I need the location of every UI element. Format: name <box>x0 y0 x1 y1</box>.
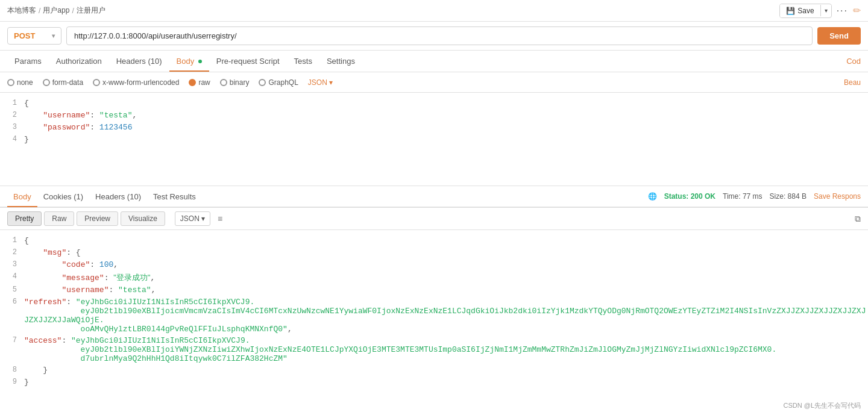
resp-line-6: 6 "refresh": "eyJhbGci0iJIUzI1NiIsInR5cC… <box>0 296 868 335</box>
option-none[interactable]: none <box>7 78 33 87</box>
option-raw[interactable]: raw <box>189 78 210 87</box>
view-visualize[interactable]: Visualize <box>121 211 165 226</box>
json-type-selector[interactable]: JSON ▾ <box>308 78 333 87</box>
save-response-button[interactable]: Save Respons <box>814 192 861 201</box>
json-type-label: JSON <box>308 78 327 87</box>
response-tabs: Body Cookies (1) Headers (10) Test Resul… <box>0 186 868 208</box>
send-button[interactable]: Send <box>817 27 861 45</box>
resp-json-label: JSON <box>180 214 200 223</box>
option-raw-label: raw <box>198 78 210 87</box>
save-icon: 💾 <box>786 7 795 15</box>
option-urlencoded-label: x-www-form-urlencoded <box>102 78 179 87</box>
tab-code-right[interactable]: Cod <box>846 57 861 66</box>
tab-tests[interactable]: Tests <box>287 52 319 72</box>
option-graphql[interactable]: GraphQL <box>259 78 298 87</box>
body-options: none form-data x-www-form-urlencoded raw… <box>0 72 868 93</box>
resp-line-3: 3 "code": 100, <box>0 259 868 271</box>
method-arrow-icon: ▾ <box>52 33 55 39</box>
breadcrumb-item-3[interactable]: 注册用户 <box>77 5 105 16</box>
copy-icon[interactable]: ⧉ <box>855 214 861 224</box>
tab-pre-request[interactable]: Pre-request Script <box>209 52 287 72</box>
resp-tab-cookies[interactable]: Cookies (1) <box>37 187 89 207</box>
req-line-2: 2 "username": "testa", <box>0 110 868 122</box>
breadcrumb-sep-2: / <box>72 7 74 15</box>
req-line-3: 3 "password": 1123456 <box>0 122 868 134</box>
resp-line-2: 2 "msg": { <box>0 247 868 259</box>
resp-line-5: 5 "username": "testa", <box>0 284 868 296</box>
radio-graphql <box>259 79 266 86</box>
radio-none <box>7 79 14 86</box>
breadcrumb-item-1[interactable]: 本地博客 <box>7 5 36 16</box>
radio-raw <box>189 79 196 86</box>
req-line-1: 1 { <box>0 98 868 110</box>
size-info: Size: 884 B <box>770 192 807 201</box>
top-bar-actions: 💾 Save ▾ ··· ✏ <box>779 4 861 18</box>
breadcrumb-sep-1: / <box>39 7 40 15</box>
url-bar: POST ▾ Send <box>0 22 868 51</box>
edit-button[interactable]: ✏ <box>853 5 861 16</box>
globe-icon: 🌐 <box>648 192 657 201</box>
resp-tab-test-results[interactable]: Test Results <box>147 187 202 207</box>
json-type-arrow: ▾ <box>329 78 333 87</box>
save-button-group: 💾 Save ▾ <box>779 4 831 18</box>
resp-tab-body[interactable]: Body <box>7 187 37 207</box>
request-editor[interactable]: 1 { 2 "username": "testa", 3 "password":… <box>0 93 868 186</box>
tab-settings[interactable]: Settings <box>319 52 362 72</box>
tab-authorization[interactable]: Authorization <box>49 52 109 72</box>
beautify-button[interactable]: Beau <box>844 78 861 87</box>
resp-line-1: 1 { <box>0 235 868 247</box>
option-none-label: none <box>17 78 33 87</box>
view-raw[interactable]: Raw <box>44 211 74 226</box>
response-view-tabs: Pretty Raw Preview Visualize JSON ▾ ≡ ⧉ <box>0 208 868 230</box>
option-graphql-label: GraphQL <box>268 78 298 87</box>
url-input[interactable] <box>66 27 813 45</box>
radio-binary <box>220 79 227 86</box>
radio-urlencoded <box>93 79 100 86</box>
response-json-selector[interactable]: JSON ▾ <box>175 211 210 226</box>
breadcrumb: 本地博客 / 用户app / 注册用户 <box>7 5 105 16</box>
option-urlencoded[interactable]: x-www-form-urlencoded <box>93 78 179 87</box>
tab-body[interactable]: Body <box>169 52 209 72</box>
request-tabs: Params Authorization Headers (10) Body P… <box>0 51 868 72</box>
method-label: POST <box>14 31 35 40</box>
save-dropdown-arrow[interactable]: ▾ <box>820 5 831 16</box>
resp-line-4: 4 "message": "登录成功", <box>0 271 868 284</box>
resp-line-9: 9 } <box>0 376 868 388</box>
watermark: CSDN @L先生不会写代码 <box>783 401 861 410</box>
view-preview[interactable]: Preview <box>77 211 118 226</box>
tab-headers[interactable]: Headers (10) <box>109 52 169 72</box>
view-pretty[interactable]: Pretty <box>7 211 42 226</box>
response-meta: 🌐 Status: 200 OK Time: 77 ms Size: 884 B… <box>648 192 861 201</box>
tab-params[interactable]: Params <box>7 52 49 72</box>
filter-icon[interactable]: ≡ <box>218 214 222 223</box>
response-section: Body Cookies (1) Headers (10) Test Resul… <box>0 186 868 393</box>
option-binary-label: binary <box>230 78 250 87</box>
option-form-data-label: form-data <box>52 78 83 87</box>
status-badge: Status: 200 OK <box>664 192 715 201</box>
resp-json-arrow: ▾ <box>201 214 205 223</box>
response-editor[interactable]: 1 { 2 "msg": { 3 "code": 100, 4 "message… <box>0 230 868 393</box>
resp-tab-headers[interactable]: Headers (10) <box>89 187 147 207</box>
method-selector[interactable]: POST ▾ <box>7 27 61 45</box>
resp-line-7: 7 "access": "eyJhbGci0iJIUzI1NiIsInR5cCI… <box>0 335 868 364</box>
option-form-data[interactable]: form-data <box>43 78 83 87</box>
save-button[interactable]: 💾 Save <box>780 4 820 17</box>
resp-line-8: 8 } <box>0 364 868 376</box>
breadcrumb-item-2[interactable]: 用户app <box>43 5 69 16</box>
more-button[interactable]: ··· <box>837 5 848 16</box>
time-info: Time: 77 ms <box>723 192 763 201</box>
radio-form-data <box>43 79 50 86</box>
save-label: Save <box>797 7 814 15</box>
req-line-4: 4 } <box>0 134 868 146</box>
top-bar: 本地博客 / 用户app / 注册用户 💾 Save ▾ ··· ✏ <box>0 0 868 22</box>
option-binary[interactable]: binary <box>220 78 250 87</box>
